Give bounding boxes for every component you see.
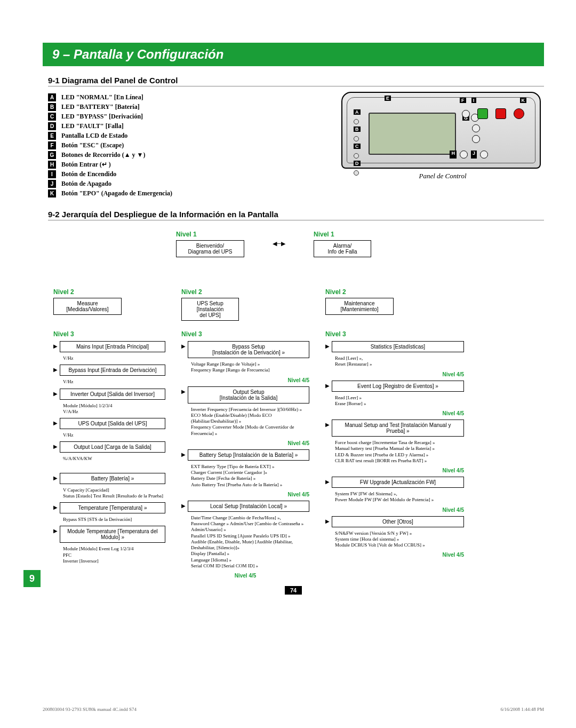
subsection-9-1: 9-1 Diagrama del Panel de Control	[48, 76, 544, 86]
d-battery: V Capacity [Capacidad] Status [Estado] T…	[63, 487, 165, 500]
legend-item-F: FBotón "ESC" (Escape)	[48, 141, 325, 149]
d-event: Read [Leer] » Erase [Borrar] »	[335, 395, 464, 407]
l45i: Nivel 4/5	[442, 552, 464, 558]
legend-item-H: HBotón Entrar (↵ )	[48, 161, 325, 169]
legend-text: LED "BYPASS" [Derivación]	[61, 113, 143, 121]
d-fw: System FW [FW del Sistema] », Power Modu…	[335, 491, 464, 503]
b-upsout: UPS Output [Salida del UPS]	[60, 418, 165, 429]
b-fw: FW Upgrade [Actualización FW]	[332, 477, 464, 488]
b-other: Other [Otros]	[332, 516, 464, 527]
l45h: Nivel 4/5	[442, 507, 464, 513]
d-inverter: Module [Módulo] 1/2/3/4 V/A/Hz	[63, 403, 165, 415]
b-modtemp: Module Temperature [Temperatura del Módu…	[60, 526, 165, 543]
legend-item-E: EPantalla LCD de Estado	[48, 132, 325, 140]
box-alarm: Alarma/ Info de Falla	[314, 240, 371, 257]
d-out: Inverter Frequency [Frecuencia del Inver…	[191, 407, 309, 437]
section-banner: 9 – Pantalla y Configuración	[43, 43, 544, 66]
level-3b-label: Nivel 3	[181, 330, 202, 338]
b-stats: Statistics [Estadísticas]	[332, 341, 464, 352]
b-inverter: Inverter Output [Salida del Inversor]	[60, 389, 165, 400]
b-local: Local Setup [Instalación Local] »	[188, 501, 309, 512]
l45b: Nivel 4/5	[287, 440, 309, 446]
d-manual: Force boost charge [Incrementar Tasa de …	[335, 440, 464, 464]
l45c: Nivel 4/5	[287, 492, 309, 497]
legend-key: J	[48, 180, 56, 188]
level-3c-label: Nivel 3	[325, 330, 346, 338]
panel-caption: Panel de Control	[341, 172, 544, 180]
legend-text: Pantalla LCD de Estado	[61, 132, 127, 140]
box-maintenance: Maintenance [Mantenimiento]	[325, 298, 394, 315]
b-temp: Temperature [Temperatura] »	[60, 502, 165, 513]
page-number: 74	[285, 586, 302, 595]
legend-text: Botón "EPO" (Apagado de Emergencia)	[61, 189, 172, 197]
legend-text: Botón "ESC" (Escape)	[61, 141, 124, 149]
d-temp: Bypass STS [STS de la Derivación]	[63, 517, 165, 523]
level-2a-label: Nivel 2	[53, 288, 74, 296]
legend-text: Botones de Recorrido (▲ y ▼)	[61, 151, 145, 159]
level-2c-label: Nivel 2	[325, 288, 346, 296]
d-mains: V/Hz	[63, 355, 165, 361]
subsection-9-2: 9-2 Jerarquía del Despliegue de la Infor…	[48, 210, 544, 220]
box-ups-setup: UPS Setup [Instalación del UPS]	[181, 298, 239, 321]
legend-item-A: ALED "NORMAL" [En Línea]	[48, 93, 325, 101]
box-measure: Measure [Medidas/Valores]	[53, 298, 122, 315]
legend-item-G: GBotones de Recorrido (▲ y ▼)	[48, 151, 325, 159]
b-event: Event Log [Registro de Eventos] »	[332, 381, 464, 392]
legend-item-C: CLED "BYPASS" [Derivación]	[48, 113, 325, 121]
legend-item-K: KBotón "EPO" (Apagado de Emergencia)	[48, 189, 325, 197]
l45f: Nivel 4/5	[442, 410, 464, 416]
legend-text: LED "FAULT" [Falla]	[61, 122, 124, 130]
legend-key: K	[48, 189, 56, 197]
b-load: Output Load [Carga de la Salida]	[60, 441, 165, 453]
b-byp: Bypass Setup [Instalación de la Derivaci…	[188, 341, 309, 358]
d-byp: Voltage Range [Rango de Voltaje] » Frequ…	[191, 361, 309, 374]
legend-text: LED "NORMAL" [En Línea]	[61, 93, 143, 101]
footer-right: 6/16/2008 1:44:48 PM	[500, 707, 544, 712]
d-local: Date/Time Change [Cambio de Fecha/Hora] …	[191, 515, 309, 569]
level-1-label: Nivel 1	[176, 231, 197, 238]
legend-key: G	[48, 151, 56, 159]
d-bypassin: V/Hz	[63, 379, 165, 385]
legend-item-J: JBotón de Apagado	[48, 180, 325, 188]
box-welcome: Bienvenido/ Diagrama del UPS	[176, 240, 244, 257]
control-panel-figure: A B C D E G F I	[341, 92, 541, 169]
level-3a-label: Nivel 3	[53, 330, 74, 338]
d-batts: EXT Battery Type [Tipo de Batería EXT] »…	[191, 464, 309, 488]
legend-text: Botón Entrar (↵ )	[61, 161, 111, 169]
b-bypassin: Bypass Input [Entrada de Derivación]	[60, 365, 165, 376]
legend-text: Botón de Apagado	[61, 180, 111, 188]
b-batts: Battery Setup [Instalación de la Batería…	[188, 449, 309, 461]
d-load: %/A/KVA/KW	[63, 456, 165, 462]
b-manual: Manual Setup and Test [Instalación Manua…	[332, 420, 464, 437]
b-out: Output Setup [Instalación de la Salida]	[188, 386, 309, 403]
legend-text: Botón de Encendido	[61, 170, 116, 178]
legend-item-B: BLED "BATTERY" [Batería]	[48, 103, 325, 111]
legend-key: E	[48, 132, 56, 140]
legend-key: H	[48, 161, 56, 169]
l45g: Nivel 4/5	[442, 468, 464, 473]
footer-left: 200803004 93-2793 SU80k manual 4C.indd S…	[43, 707, 137, 712]
legend-list: ALED "NORMAL" [En Línea]BLED "BATTERY" […	[48, 92, 325, 199]
legend-item-I: IBotón de Encendido	[48, 170, 325, 178]
legend-item-D: DLED "FAULT" [Falla]	[48, 122, 325, 130]
level-2b-label: Nivel 2	[181, 288, 202, 296]
legend-text: LED "BATTERY" [Batería]	[61, 103, 140, 111]
d-upsout: V/Hz	[63, 432, 165, 438]
b-battery: Battery [Batería] »	[60, 473, 165, 484]
d-stats: Read [Leer] », Reset [Restaurar] »	[335, 355, 464, 368]
l45a: Nivel 4/5	[287, 377, 309, 383]
level-1-label-b: Nivel 1	[314, 231, 334, 238]
legend-key: B	[48, 103, 56, 111]
legend-key: C	[48, 113, 56, 121]
b-mains: Mains Input [Entrada Principal]	[60, 341, 165, 352]
l45e: Nivel 4/5	[442, 371, 464, 377]
legend-key: D	[48, 122, 56, 130]
d-modtemp: Module [Módulo] Event Log 1/2/3/4 PFC In…	[63, 546, 165, 564]
d-other: S/N&FW version [Versión S/N y FW] » Syst…	[335, 531, 464, 549]
legend-key: A	[48, 93, 56, 101]
section-tab: 9	[23, 570, 41, 587]
legend-key: I	[48, 170, 56, 178]
legend-key: F	[48, 141, 56, 149]
l45d: Nivel 4/5	[235, 573, 257, 579]
